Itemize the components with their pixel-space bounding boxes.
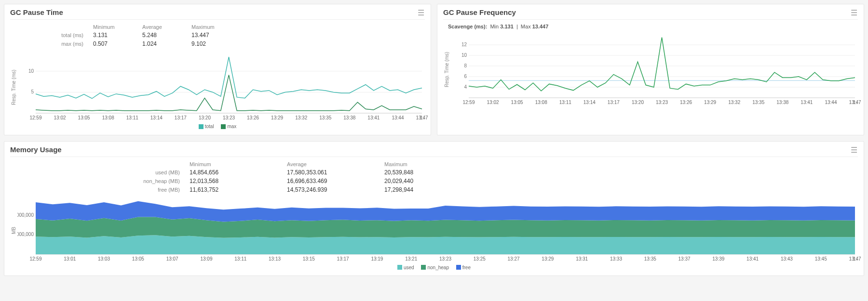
legend-swatch-free	[456, 265, 461, 270]
gc-pause-time-stats: Minimum Average Maximum total (ms) 3.131…	[10, 23, 237, 49]
svg-text:10: 10	[28, 68, 34, 74]
legend-swatch-used	[397, 265, 402, 270]
svg-text:20,000,000: 20,000,000	[17, 232, 34, 237]
gc-pause-frequency-chart[interactable]: 4681012	[450, 32, 858, 100]
y-axis-label: Resp. Time (ms)	[443, 32, 450, 106]
legend: used non_heap free	[10, 265, 858, 271]
panel-menu-icon[interactable]: ☰	[851, 8, 858, 17]
svg-text:40,000,000: 40,000,000	[17, 212, 34, 217]
memory-usage-stats: Minimum Average Maximum used (MB) 14,854…	[10, 160, 478, 195]
legend-swatch-total	[199, 124, 203, 129]
table-row: used (MB) 14,854,656 17,580,353.061 20,5…	[136, 169, 477, 176]
memory-usage-panel: ☰ Memory Usage Minimum Average Maximum u…	[4, 141, 864, 276]
panel-menu-icon[interactable]: ☰	[851, 145, 858, 155]
table-row: max (ms) 0.507 1.024 9.102	[40, 40, 236, 48]
gc-pause-time-chart[interactable]: 510	[17, 52, 425, 115]
legend: total max	[10, 124, 425, 130]
svg-text:4: 4	[464, 84, 467, 90]
gc-pause-frequency-subheader: Scavenge (ms): Min 3.131 | Max 13.447	[443, 23, 858, 32]
svg-text:8: 8	[464, 63, 467, 68]
panel-menu-icon[interactable]: ☰	[418, 8, 425, 17]
svg-text:10: 10	[461, 52, 467, 58]
table-row: free (MB) 11,613,752 14,573,246.939 17,2…	[136, 186, 477, 194]
svg-text:12: 12	[461, 42, 467, 47]
table-row: total (ms) 3.131 5.248 13.447	[40, 31, 236, 39]
svg-text:6: 6	[464, 74, 467, 79]
legend-swatch-nonheap	[421, 265, 426, 270]
gc-pause-time-panel: ☰ GC Pause Time Minimum Average Maximum …	[4, 4, 431, 135]
memory-usage-title: Memory Usage	[10, 145, 858, 157]
svg-text:5: 5	[31, 89, 34, 94]
y-axis-label: MB	[10, 198, 17, 263]
legend-swatch-max	[221, 124, 226, 129]
memory-usage-chart[interactable]: 20,000,00040,000,000	[17, 198, 858, 256]
y-axis-label: Resp. Time (ms)	[10, 52, 17, 122]
gc-pause-frequency-title: GC Pause Frequency	[443, 8, 858, 20]
table-row: non_heap (MB) 12,013,568 16,696,633.469 …	[136, 177, 477, 185]
gc-pause-time-title: GC Pause Time	[10, 8, 425, 20]
gc-pause-frequency-panel: ☰ GC Pause Frequency Scavenge (ms): Min …	[437, 4, 864, 135]
